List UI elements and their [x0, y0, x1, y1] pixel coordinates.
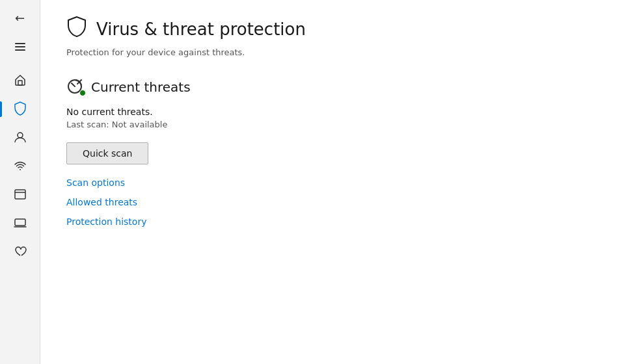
sidebar-item-account[interactable] [5, 125, 36, 151]
section-icon-wrap [66, 78, 85, 96]
page-title: Virus & threat protection [96, 20, 306, 39]
home-icon [14, 73, 27, 88]
section-title: Current threats [91, 79, 191, 95]
network-icon [14, 159, 27, 174]
threat-status: No current threats. [66, 107, 609, 117]
quick-scan-button[interactable]: Quick scan [66, 142, 148, 164]
sidebar-item-shield[interactable] [5, 96, 36, 122]
sidebar-item-home[interactable] [5, 68, 36, 94]
svg-point-2 [20, 169, 21, 170]
allowed-threats-link[interactable]: Allowed threats [66, 197, 609, 207]
sidebar: ← [0, 0, 40, 364]
status-dot-green [79, 90, 86, 96]
device-icon [14, 216, 27, 231]
health-icon [14, 245, 27, 260]
svg-rect-0 [18, 81, 22, 85]
main-content: Virus & threat protection Protection for… [40, 0, 635, 364]
svg-rect-3 [15, 190, 25, 199]
sidebar-item-health[interactable] [5, 239, 36, 265]
sidebar-item-device[interactable] [5, 211, 36, 237]
browser-icon [14, 188, 27, 203]
section-header: Current threats [66, 78, 609, 96]
page-header-icon [66, 16, 87, 42]
shield-icon [14, 101, 27, 118]
sidebar-item-network[interactable] [5, 153, 36, 179]
page-subtitle: Protection for your device against threa… [66, 47, 609, 57]
sidebar-item-back[interactable]: ← [5, 5, 36, 31]
svg-point-1 [18, 133, 23, 138]
hamburger-icon [12, 40, 28, 53]
account-icon [14, 131, 27, 146]
sidebar-item-browser[interactable] [5, 182, 36, 208]
page-header: Virus & threat protection [66, 16, 609, 42]
protection-history-link[interactable]: Protection history [66, 216, 609, 227]
scan-options-link[interactable]: Scan options [66, 177, 609, 188]
last-scan-text: Last scan: Not available [66, 120, 609, 129]
back-icon: ← [15, 12, 25, 24]
sidebar-item-menu[interactable] [5, 34, 36, 60]
svg-rect-5 [15, 219, 25, 226]
